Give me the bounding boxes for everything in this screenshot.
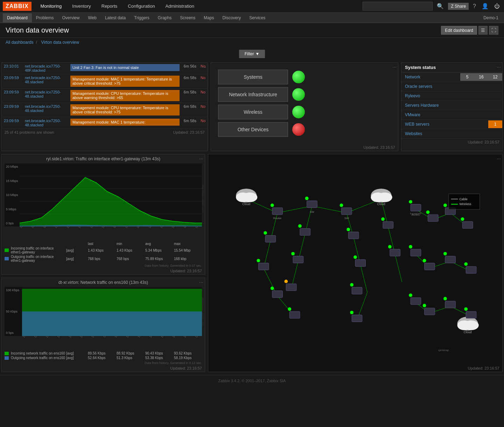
status-systems-button[interactable]: Systems — [218, 70, 288, 84]
search-icon[interactable]: 🔍 — [435, 1, 445, 11]
help-icon[interactable]: ? — [471, 2, 477, 11]
nav-configuration[interactable]: Configuration — [123, 1, 160, 11]
edit-dashboard-button[interactable]: Edit dashboard — [441, 26, 477, 35]
netmap-panel-menu[interactable]: ··· — [497, 156, 501, 161]
host-cell[interactable]: net.brocade.icx7250-48.stacked — [23, 117, 68, 129]
svg-text:SW: SW — [344, 217, 349, 220]
host-cell[interactable]: net.brocade.icx7750-48F.stacked — [23, 63, 68, 74]
zabbix-logo[interactable]: ZABBIX — [3, 2, 31, 11]
legend-max: 15.54 Mbp — [174, 248, 202, 252]
host-cell[interactable]: net.brocade.icx7250-48.stacked — [23, 89, 68, 103]
duration-cell: 6m 58s — [182, 89, 198, 103]
graph1-svg — [20, 163, 202, 226]
share-button[interactable]: Z Share — [448, 3, 469, 10]
svg-point-109 — [464, 307, 468, 311]
subnav-latest-data[interactable]: Latest data — [101, 13, 130, 22]
subnav-screens[interactable]: Screens — [176, 13, 200, 22]
ss-name-oracle[interactable]: Oracle servers — [401, 82, 502, 91]
time-cell: 23:09:59 — [2, 89, 23, 103]
subnav-problems[interactable]: Problems — [32, 13, 58, 22]
legend-color-green2 — [5, 352, 9, 355]
legend-row-incoming2: Incoming network traffic on ens160 [avg]… — [5, 351, 202, 355]
legend-min-header: min — [117, 242, 145, 246]
problems-count: 25 of 41 problems are shown — [2, 129, 57, 136]
ack-cell: No — [198, 89, 208, 103]
subnav-overview[interactable]: Overview — [58, 13, 84, 22]
subnav-dashboard[interactable]: Dashboard — [3, 13, 32, 22]
svg-rect-100 — [466, 266, 476, 273]
nav-inventory[interactable]: Inventory — [67, 1, 96, 11]
svg-rect-71 — [293, 256, 303, 263]
ss-name-vmware[interactable]: VMware — [401, 110, 502, 119]
ss-name-websites[interactable]: Websites — [401, 129, 502, 138]
svg-point-103 — [409, 293, 412, 297]
svg-text:sprintmap: sprintmap — [438, 349, 449, 352]
nav-monitoring[interactable]: Monitoring — [36, 1, 67, 11]
host-cell[interactable]: net.brocade.icx7250-48.stacked — [23, 103, 68, 117]
graph2-panel-menu[interactable]: ··· — [199, 279, 203, 285]
y-label: 0 bps — [6, 222, 18, 225]
legend-type: [avg] — [66, 257, 87, 261]
breadcrumb-all-dashboards[interactable]: All dashboards — [6, 40, 33, 45]
host-cell[interactable]: net.brocade.icx7250-48.stacked — [23, 74, 68, 89]
fullscreen-button[interactable]: ⛶ — [489, 26, 498, 35]
svg-rect-73 — [355, 260, 366, 267]
ss-name-ryleevo[interactable]: Ryleevo — [401, 91, 502, 100]
y-label: 20 Mbps — [6, 165, 18, 168]
ss-name-network[interactable]: Network — [401, 72, 460, 82]
subnav-triggers[interactable]: Triggers — [130, 13, 154, 22]
bottom-section: ··· ryl.side1.virton: Traffic on interfa… — [0, 153, 504, 373]
subnav-graphs[interactable]: Graphs — [154, 13, 176, 22]
legend-max-out2: 58.19 Kbps — [174, 356, 202, 360]
legend-label2: Incoming network traffic on ens160 — [11, 351, 65, 355]
page-header-actions: Edit dashboard ☰ ⛶ — [441, 26, 498, 35]
status-network-button[interactable]: Network Infrastructure — [218, 87, 288, 102]
svg-text:Cloud: Cloud — [377, 202, 385, 206]
ss-name-servers[interactable]: Servers Hardware — [401, 101, 502, 110]
legend-max-header: max — [174, 242, 202, 246]
svg-point-42 — [242, 192, 257, 202]
svg-text:FAGADAP: FAGADAP — [410, 212, 422, 215]
svg-point-97 — [423, 259, 426, 262]
svg-point-53 — [271, 204, 274, 207]
status-other-button[interactable]: Other Devices — [218, 122, 288, 137]
system-status-panel-menu[interactable]: ··· — [497, 64, 501, 70]
subnav-web[interactable]: Web — [84, 13, 100, 22]
graph2-area: 100 Kbps 50 Kbps 0 bps http://www.zabbix… — [5, 287, 202, 336]
graph1-panel-menu[interactable]: ··· — [199, 156, 203, 161]
svg-rect-75 — [390, 249, 400, 256]
svg-point-86 — [409, 200, 412, 204]
search-input[interactable] — [363, 2, 433, 10]
legend-row-outgoing: Outgoing traffic on interface ether1-gat… — [5, 255, 202, 262]
filter-button[interactable]: Filter ▼ — [239, 50, 265, 58]
graph2-panel: ··· dt-xr.virton: Network traffic on ens… — [1, 278, 205, 372]
ss-row-websites: Websites — [401, 129, 502, 139]
user-icon[interactable]: 👤 — [480, 1, 490, 11]
legend-row-outgoing2: Outgoing network traffic on ens160 [avg]… — [5, 356, 202, 360]
nav-administration[interactable]: Administration — [161, 1, 199, 11]
svg-rect-69 — [258, 263, 269, 270]
svg-rect-92 — [462, 222, 473, 229]
problems-panel-menu[interactable]: ··· — [202, 64, 206, 70]
power-icon[interactable]: ⏻ — [493, 2, 501, 11]
status-wireless-button[interactable]: Wireless — [218, 105, 288, 119]
y-label: 0 bps — [6, 331, 21, 335]
svg-point-78 — [271, 287, 274, 290]
ack-cell: No — [198, 74, 208, 89]
table-row: 23:09:59 net.brocade.icx7250-48.stacked … — [2, 117, 208, 129]
nav-reports[interactable]: Reports — [97, 1, 122, 11]
list-view-button[interactable]: ☰ — [478, 26, 488, 35]
ss-name-web[interactable]: WEB servers — [401, 120, 488, 129]
subnav-maps[interactable]: Maps — [200, 13, 218, 22]
top-row: ··· 23:10:01 net.brocade.icx7750-48F.sta… — [0, 61, 504, 153]
subnav-discovery[interactable]: Discovery — [218, 13, 245, 22]
status-row-network: Network Infrastructure — [218, 87, 391, 102]
top-navigation: ZABBIX Monitoring Inventory Reports Conf… — [0, 0, 504, 13]
table-row: 23:09:59 net.brocade.icx7250-48.stacked … — [2, 103, 208, 117]
svg-rect-102 — [411, 298, 421, 304]
problem-cell: Management module: CPU temperature: Temp… — [70, 104, 180, 115]
table-row: 23:09:59 net.brocade.icx7250-48.stacked … — [2, 74, 208, 89]
legend-label-out2: Outgoing network traffic on ens160 — [11, 356, 65, 360]
status-overview-panel-menu[interactable]: ··· — [392, 64, 397, 70]
subnav-services[interactable]: Services — [245, 13, 270, 22]
